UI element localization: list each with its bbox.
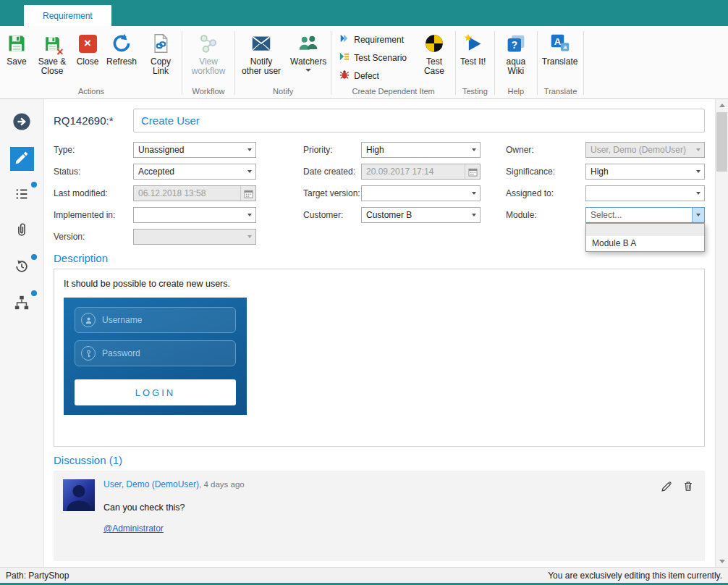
module-option-blank[interactable] bbox=[586, 224, 704, 236]
status-select[interactable]: Accepted bbox=[133, 164, 256, 180]
create-defect-label: Defect bbox=[354, 71, 379, 81]
details-badge bbox=[31, 182, 37, 188]
owner-select: User, Demo (DemoUser) bbox=[585, 142, 705, 158]
comment-mention-link[interactable]: @Administrator bbox=[103, 523, 695, 534]
watchers-label: Watchers bbox=[290, 57, 326, 67]
status-path: Path: PartyShop bbox=[6, 571, 69, 581]
svg-text:?: ? bbox=[511, 39, 517, 51]
dependencies-icon bbox=[14, 295, 30, 313]
module-dropdown-button[interactable] bbox=[692, 208, 704, 222]
avatar bbox=[63, 479, 95, 511]
module-label: Module: bbox=[506, 210, 585, 220]
create-requirement-label: Requirement bbox=[354, 35, 404, 45]
login-password-placeholder: Password bbox=[102, 348, 140, 358]
user-icon bbox=[81, 313, 96, 327]
group-label-actions: Actions bbox=[1, 86, 181, 98]
create-test-scenario-button[interactable]: Test Scenario bbox=[334, 50, 412, 65]
svg-text:a: a bbox=[563, 43, 567, 51]
ribbon-separator bbox=[537, 31, 538, 95]
edit-icon bbox=[14, 151, 29, 168]
notify-other-user-label: Notify other user bbox=[240, 57, 283, 76]
item-editor: RQ142690:* Type: Unassigned Priority: Hi… bbox=[44, 99, 715, 567]
target-version-label: Target version: bbox=[303, 188, 361, 198]
collapse-arrow-icon bbox=[12, 112, 31, 134]
app-window: Requirement Save × Save & Close bbox=[0, 0, 728, 585]
sidebar-item-dependencies[interactable] bbox=[10, 292, 34, 316]
assigned-to-dropdown-button[interactable] bbox=[692, 186, 704, 201]
create-requirement-button[interactable]: Requirement bbox=[334, 32, 412, 47]
title-input[interactable] bbox=[133, 109, 705, 132]
significance-select[interactable]: High bbox=[585, 164, 705, 180]
implemented-in-dropdown-button[interactable] bbox=[243, 208, 255, 222]
customer-select[interactable]: Customer B bbox=[361, 207, 481, 223]
sidebar-item-attachments[interactable] bbox=[10, 219, 34, 243]
close-button[interactable]: × Close bbox=[72, 28, 103, 86]
watchers-button[interactable]: Watchers bbox=[287, 28, 330, 86]
chevron-down-icon bbox=[472, 148, 476, 151]
significance-dropdown-button[interactable] bbox=[692, 164, 704, 179]
scroll-up-button[interactable] bbox=[716, 99, 728, 111]
priority-select[interactable]: High bbox=[361, 142, 481, 158]
notify-other-user-button[interactable]: Notify other user bbox=[236, 28, 287, 86]
module-option[interactable]: Module B A bbox=[586, 236, 704, 251]
save-and-close-icon: × bbox=[43, 32, 62, 55]
assigned-to-select[interactable] bbox=[585, 185, 705, 201]
close-label: Close bbox=[77, 57, 99, 67]
version-dropdown-button bbox=[243, 230, 255, 244]
vertical-scrollbar[interactable] bbox=[715, 99, 728, 567]
create-test-case-button[interactable]: Test Case bbox=[414, 28, 454, 86]
sidebar-collapse-button[interactable] bbox=[10, 111, 34, 135]
status-label: Status: bbox=[54, 167, 133, 177]
translate-button[interactable]: Aa Translate bbox=[538, 28, 582, 86]
requirement-icon bbox=[339, 33, 350, 46]
attachments-icon bbox=[14, 222, 30, 241]
chevron-down-icon bbox=[696, 192, 701, 195]
implemented-in-label: Implemented in: bbox=[54, 210, 133, 220]
scrollbar-thumb[interactable] bbox=[716, 112, 727, 172]
type-dropdown-button[interactable] bbox=[243, 143, 255, 157]
sidebar-item-details[interactable] bbox=[10, 183, 34, 207]
customer-dropdown-button[interactable] bbox=[467, 208, 480, 222]
ribbon-group-help: ? aqua Wiki Help bbox=[496, 28, 536, 98]
description-editor[interactable]: It should be possible to create new user… bbox=[54, 269, 705, 447]
type-select[interactable]: Unassigned bbox=[133, 142, 256, 158]
date-created-field: 20.09.2017 17:14 bbox=[361, 164, 481, 180]
sidebar-item-edit[interactable] bbox=[10, 147, 34, 171]
create-defect-button[interactable]: Defect bbox=[334, 68, 412, 83]
test-it-button[interactable]: Test It! bbox=[457, 28, 489, 86]
priority-dropdown-button[interactable] bbox=[467, 143, 480, 157]
create-test-scenario-label: Test Scenario bbox=[354, 53, 407, 63]
scroll-down-button[interactable] bbox=[716, 555, 728, 567]
group-label-workflow: Workflow bbox=[183, 86, 234, 98]
target-version-dropdown-button[interactable] bbox=[467, 186, 480, 201]
module-select[interactable]: Select... Module B A bbox=[585, 207, 705, 223]
priority-label: Priority: bbox=[303, 145, 361, 155]
refresh-label: Refresh bbox=[106, 57, 137, 67]
edit-comment-button[interactable] bbox=[661, 481, 672, 494]
save-and-close-button[interactable]: × Save & Close bbox=[32, 28, 72, 86]
comment-author[interactable]: User, Demo (DemoUser) bbox=[103, 479, 199, 489]
copy-link-button[interactable]: Copy Link bbox=[140, 28, 181, 86]
save-button[interactable]: Save bbox=[1, 28, 32, 86]
delete-comment-button[interactable] bbox=[683, 481, 693, 494]
status-bar: Path: PartyShop You are exclusively edit… bbox=[0, 567, 728, 583]
sidebar-item-history[interactable] bbox=[10, 256, 34, 279]
chevron-down-icon bbox=[472, 192, 476, 195]
chevron-down-icon bbox=[247, 235, 252, 238]
translate-icon: Aa bbox=[550, 32, 570, 55]
group-label-create-dependent-item: Create Dependent Item bbox=[332, 86, 454, 98]
target-version-select[interactable] bbox=[361, 185, 481, 201]
description-heading: Description bbox=[54, 252, 705, 264]
aqua-wiki-button[interactable]: ? aqua Wiki bbox=[496, 28, 536, 86]
attributes-form: Type: Unassigned Priority: High Owner: U… bbox=[54, 142, 705, 245]
status-dropdown-button[interactable] bbox=[243, 164, 255, 179]
dependencies-badge bbox=[31, 290, 37, 296]
refresh-icon bbox=[111, 32, 132, 55]
refresh-button[interactable]: Refresh bbox=[103, 28, 140, 86]
watchers-dropdown-caret-icon bbox=[305, 69, 311, 72]
implemented-in-select[interactable] bbox=[133, 207, 256, 223]
significance-label: Significance: bbox=[506, 167, 585, 177]
tab-requirement[interactable]: Requirement bbox=[24, 5, 111, 26]
watchers-icon bbox=[297, 32, 319, 55]
calendar-icon bbox=[240, 186, 255, 201]
